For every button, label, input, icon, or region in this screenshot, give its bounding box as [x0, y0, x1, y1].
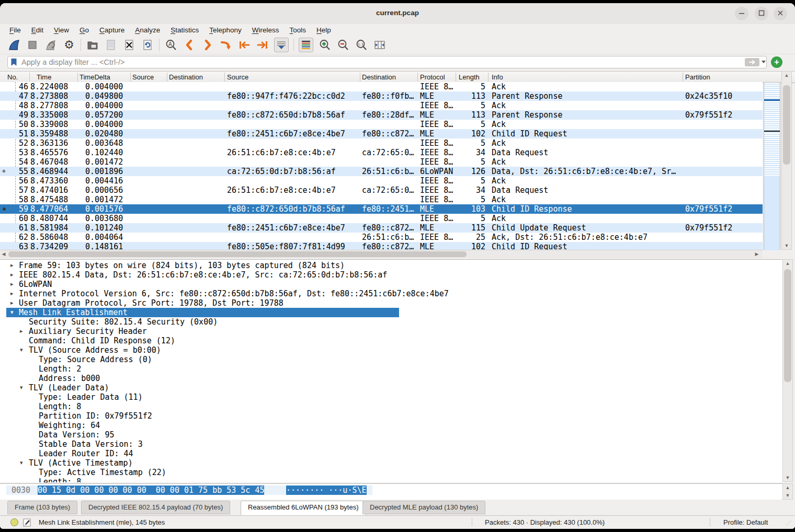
column-header-time[interactable]: Time [37, 73, 51, 81]
open-file-icon[interactable] [86, 38, 99, 52]
packet-row-53[interactable]: 538.4655760.10244026:51:c6:b7:e8:ce:4b:e… [0, 148, 763, 157]
capture-options-icon[interactable]: ⚙ [62, 38, 76, 52]
hscroll-thumb[interactable] [8, 251, 467, 257]
packet-minimap[interactable] [764, 82, 780, 250]
packet-row-56[interactable]: 568.4733600.004416IEEE 8…5Ack [0, 176, 763, 186]
resize-columns-icon[interactable] [373, 38, 387, 52]
close-button[interactable] [774, 7, 787, 20]
detail-line[interactable]: ▾TLV (Leader Data) [0, 383, 782, 392]
save-file-icon[interactable] [104, 38, 118, 52]
find-packet-icon[interactable]: A [164, 38, 178, 52]
packet-row-55[interactable]: 558.4689440.001896ca:72:65:0d:b7:b8:56:a… [0, 167, 763, 176]
capture-comment-icon[interactable] [23, 518, 31, 527]
restart-capture-icon[interactable] [44, 38, 58, 52]
expand-arrow-icon[interactable]: ▸ [10, 298, 14, 308]
packet-row-47[interactable]: 478.2738080.049800fe80::947f:f476:22bc:c… [0, 91, 763, 101]
menu-tools[interactable]: Tools [285, 26, 312, 34]
packet-row-49[interactable]: 498.3350080.057200fe80::c872:650d:b7b8:5… [0, 110, 763, 120]
packet-row-54[interactable]: 548.4670480.001472IEEE 8…5Ack [0, 157, 763, 167]
menu-statistics[interactable]: Statistics [165, 26, 204, 34]
packet-row-59[interactable]: 598.4770640.001576fe80::c872:650d:b7b8:5… [0, 204, 763, 214]
packet-list-hscrollbar[interactable]: ◀ ▶ [0, 250, 763, 258]
packet-row-60[interactable]: 608.4807440.003680IEEE 8…5Ack [0, 214, 763, 223]
collapse-arrow-icon[interactable]: ▾ [10, 308, 14, 317]
add-filter-button[interactable]: + [771, 56, 782, 68]
go-first-packet-icon[interactable] [237, 38, 251, 52]
minimize-button[interactable] [735, 7, 748, 20]
detail-line[interactable]: Data Version: 95 [0, 430, 782, 440]
detail-line[interactable]: Type: Leader Data (11) [0, 392, 782, 402]
packet-row-48[interactable]: 488.2778080.004000IEEE 8…5Ack [0, 101, 763, 110]
details-vscroll-thumb[interactable] [784, 269, 791, 382]
column-header-source[interactable]: Source [227, 73, 248, 81]
detail-line[interactable]: ▾TLV (Active Timestamp) [0, 458, 782, 468]
expert-info-icon[interactable] [10, 518, 18, 526]
detail-line[interactable]: ▸IEEE 802.15.4 Data, Dst: 26:51:c6:b7:e8… [0, 270, 782, 280]
detail-line[interactable]: Address: b000 [0, 374, 782, 383]
detail-line[interactable]: Stable Data Version: 3 [0, 440, 782, 449]
packet-row-58[interactable]: 588.4754880.001472IEEE 8…5Ack [0, 195, 763, 204]
auto-scroll-icon[interactable] [274, 38, 289, 52]
zoom-in-icon[interactable] [318, 38, 332, 52]
packet-row-61[interactable]: 618.5819840.101240fe80::2451:c6b7:e8ce:4… [0, 223, 763, 233]
packet-row-46[interactable]: 468.2240080.004000IEEE 8…5Ack [0, 82, 763, 91]
detail-line[interactable]: Type: Active Timestamp (22) [0, 468, 782, 477]
detail-line[interactable]: Weighting: 64 [0, 421, 782, 430]
detail-line[interactable]: ▸Frame 59: 103 bytes on wire (824 bits),… [0, 261, 782, 270]
filter-dropdown-caret[interactable] [762, 61, 766, 63]
expand-arrow-icon[interactable]: ▸ [20, 327, 23, 336]
column-header-partition[interactable]: Partition [685, 73, 710, 81]
menu-go[interactable]: Go [74, 26, 94, 34]
menu-edit[interactable]: Edit [26, 26, 49, 34]
menu-capture[interactable]: Capture [94, 26, 130, 34]
column-header-timedelta[interactable]: TimeDelta [80, 73, 110, 81]
status-profile[interactable]: Profile: Default [723, 518, 768, 526]
packet-row-63[interactable]: 638.7342090.148161fe80::505e:f807:7f81:4… [0, 242, 763, 250]
collapse-arrow-icon[interactable]: ▾ [20, 458, 23, 468]
packet-row-50[interactable]: 508.3390080.004000IEEE 8…5Ack [0, 120, 763, 129]
menu-telephony[interactable]: Telephony [204, 26, 247, 34]
byte-tab[interactable]: Frame (103 bytes) [7, 501, 77, 514]
column-header-protocol[interactable]: Protocol [420, 73, 445, 81]
column-header-length[interactable]: Length [459, 73, 480, 81]
start-capture-icon[interactable] [7, 38, 21, 52]
detail-line[interactable]: Leader Router ID: 44 [0, 449, 782, 458]
reload-file-icon[interactable] [141, 38, 154, 52]
detail-line[interactable]: ▾TLV (Source Address = b0:00) [0, 345, 782, 355]
go-back-icon[interactable] [183, 38, 196, 52]
menu-help[interactable]: Help [311, 26, 336, 34]
menu-file[interactable]: File [4, 26, 26, 34]
detail-line[interactable]: Partition ID: 0x79f551f2 [0, 411, 782, 421]
go-to-packet-icon[interactable] [219, 38, 233, 52]
details-vscrollbar[interactable]: ▲ ▼ [782, 259, 793, 482]
detail-line[interactable]: ▸User Datagram Protocol, Src Port: 19788… [0, 298, 782, 308]
detail-line[interactable]: Length: 2 [0, 364, 782, 374]
detail-line[interactable]: ▸Internet Protocol Version 6, Src: fe80:… [0, 289, 782, 298]
byte-tab[interactable]: Reassembled 6LoWPAN (193 bytes) [241, 501, 366, 515]
menu-analyze[interactable]: Analyze [130, 26, 165, 34]
detail-line[interactable]: ▾Mesh Link Establishment [0, 308, 782, 317]
detail-line[interactable]: Length: 8 [0, 402, 782, 411]
resize-grip[interactable]: ⋰ [787, 520, 793, 526]
byte-tab[interactable]: Decrypted MLE payload (130 bytes) [362, 501, 485, 514]
collapse-arrow-icon[interactable]: ▾ [20, 345, 23, 355]
byte-tab[interactable]: Decrypted IEEE 802.15.4 payload (70 byte… [81, 501, 230, 514]
packet-list-header[interactable]: No.TimeTimeDeltaSourceDestinationSourceD… [0, 71, 795, 83]
menu-wireless[interactable]: Wireless [247, 26, 285, 34]
stop-capture-icon[interactable] [26, 38, 39, 52]
detail-line[interactable]: Type: Source Address (0) [0, 355, 782, 364]
packet-list-vscrollbar[interactable]: ▲ ▼ [781, 71, 792, 250]
zoom-reset-icon[interactable]: 1:1 [355, 38, 368, 52]
packet-row-62[interactable]: 628.5860480.00406426:51:c6:b…IEEE 8…25Ac… [0, 233, 763, 242]
expand-arrow-icon[interactable]: ▸ [10, 261, 14, 270]
packet-row-51[interactable]: 518.3594880.020480fe80::2451:c6b7:e8ce:4… [0, 129, 763, 138]
go-last-packet-icon[interactable] [256, 38, 269, 52]
collapse-arrow-icon[interactable]: ▾ [20, 383, 23, 392]
column-header-destination[interactable]: Destination [362, 73, 396, 81]
bytes-vscrollbar[interactable]: ▲ ▼ [782, 483, 793, 500]
column-header-info[interactable]: Info [492, 73, 503, 81]
colorize-icon[interactable] [299, 38, 313, 52]
packet-row-52[interactable]: 528.3631360.003648IEEE 8…5Ack [0, 138, 763, 148]
close-file-icon[interactable] [122, 38, 136, 52]
maximize-button[interactable] [755, 7, 768, 20]
